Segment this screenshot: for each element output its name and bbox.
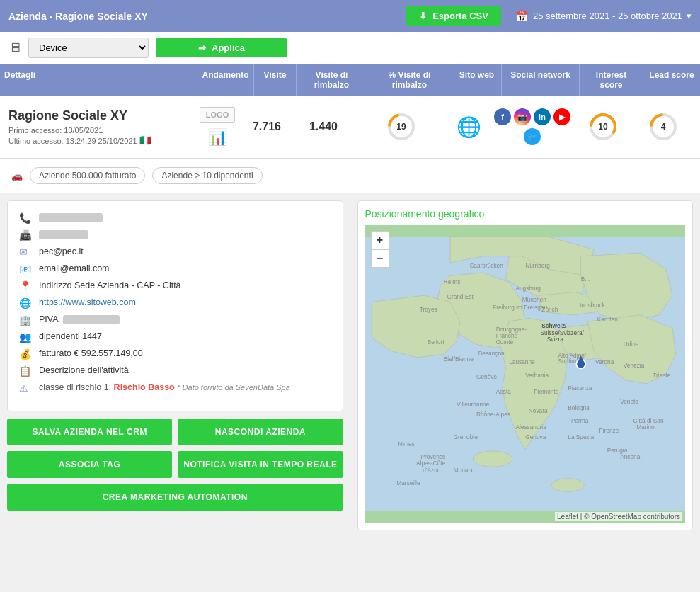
dollar-icon: 💰 bbox=[19, 348, 32, 360]
facebook-icon[interactable]: f bbox=[494, 108, 511, 125]
website-cell[interactable]: 🌐 bbox=[444, 115, 493, 139]
pec-row: ✉ pec@pec.it bbox=[19, 246, 331, 258]
page-title: Azienda - Ragione Sociale XY bbox=[8, 11, 399, 22]
piva-value: PIVA bbox=[39, 314, 120, 324]
svg-text:Alessandria: Alessandria bbox=[515, 423, 546, 431]
th-visite-rimbalzo: Visite di rimbalzo bbox=[297, 64, 367, 96]
piva-icon: 🏢 bbox=[19, 314, 32, 326]
chart-bar-icon[interactable]: 📊 bbox=[208, 128, 227, 147]
social-cell: f 📷 in ▶ 🐦 bbox=[493, 108, 571, 145]
fax-row: 📠 bbox=[19, 229, 331, 241]
svg-text:Verona: Verona bbox=[595, 358, 614, 365]
th-lead-score: Lead score bbox=[643, 64, 700, 96]
download-icon: ⬇ bbox=[419, 11, 427, 21]
th-visite: Visite bbox=[254, 64, 297, 96]
people-icon: 👥 bbox=[19, 331, 32, 343]
svg-text:Innsbruck: Innsbruck bbox=[579, 302, 605, 309]
bounce-pct-circle: 19 bbox=[386, 112, 416, 142]
th-sito-web: Sito web bbox=[452, 64, 502, 96]
svg-text:Villeurbanne: Villeurbanne bbox=[457, 401, 489, 408]
instagram-icon[interactable]: 📷 bbox=[514, 108, 531, 125]
email-icon: 📧 bbox=[19, 263, 32, 275]
company-meta-ultimo: Ultimo accesso: 13:24:29 25/10/2021 🇮🇹 bbox=[8, 135, 189, 146]
svg-text:Piacenza: Piacenza bbox=[568, 385, 592, 392]
email-value: email@email.com bbox=[39, 263, 110, 273]
svg-text:Comté: Comté bbox=[495, 338, 513, 346]
svg-text:Karnten: Karnten bbox=[597, 316, 617, 323]
arrow-right-icon: ➡ bbox=[198, 42, 206, 53]
svg-text:Firenze: Firenze bbox=[599, 427, 619, 434]
apply-button[interactable]: ➡ Applica bbox=[156, 38, 287, 57]
website-row: 🌐 https://www.sitoweb.com bbox=[19, 297, 331, 309]
bounce-pct-value: 19 bbox=[396, 122, 406, 132]
associa-tag-button[interactable]: ASSOCIA TAG bbox=[7, 451, 172, 478]
svg-text:Veneto: Veneto bbox=[620, 398, 638, 405]
svg-text:Lausanne: Lausanne bbox=[509, 358, 535, 365]
globe-icon: 🌐 bbox=[19, 297, 32, 309]
phone-row: 📞 bbox=[19, 212, 331, 224]
date-range: 📅 25 settembre 2021 - 25 ottobre 2021 ▾ bbox=[515, 10, 692, 23]
calendar-icon: 📅 bbox=[515, 10, 529, 23]
svg-point-18 bbox=[551, 479, 584, 491]
svg-text:Augsburg: Augsburg bbox=[515, 285, 541, 292]
youtube-icon[interactable]: ▶ bbox=[553, 108, 570, 125]
pec-value: pec@pec.it bbox=[39, 246, 84, 256]
svg-text:Genève: Genève bbox=[476, 373, 496, 380]
svg-text:Venezia: Venezia bbox=[623, 362, 644, 369]
notifica-visita-button[interactable]: NOTIFICA VISITA IN TEMPO REALE bbox=[178, 451, 343, 478]
svg-text:La Spezia: La Spezia bbox=[568, 433, 594, 440]
visits-cell: 7.716 bbox=[246, 120, 288, 133]
company-logo: LOGO bbox=[200, 107, 235, 123]
th-pct-rimbalzo: % Visite di rimbalzo bbox=[367, 64, 452, 96]
tag-badge-0: Aziende 500.000 fatturato bbox=[30, 167, 145, 184]
linkedin-icon[interactable]: in bbox=[534, 108, 551, 125]
btn-row-2: ASSOCIA TAG NOTIFICA VISITA IN TEMPO REA… bbox=[7, 451, 343, 478]
svg-text:Rhône-Alpes: Rhône-Alpes bbox=[476, 411, 510, 418]
map-zoom-controls: + − bbox=[371, 231, 389, 268]
svg-text:B...: B... bbox=[580, 275, 589, 283]
action-buttons: SALVA AZIENDA NEL CRM NASCONDI AZIENDA A… bbox=[0, 419, 350, 523]
svg-text:Verbania: Verbania bbox=[525, 372, 549, 379]
salva-azienda-button[interactable]: SALVA AZIENDA NEL CRM bbox=[7, 419, 172, 445]
website-value: https://www.sitoweb.com bbox=[39, 297, 136, 307]
address-row: 📍 Indirizzo Sede Azienda - CAP - Città bbox=[19, 280, 331, 292]
crea-automation-button[interactable]: CREA MARKETING AUTOMATION bbox=[7, 484, 343, 511]
rischio-row: ⚠ classe di rischio 1: Rischio Basso * D… bbox=[19, 382, 331, 394]
map-section: Posizionamento geografico bbox=[357, 200, 694, 530]
interest-score-value: 10 bbox=[598, 122, 607, 132]
company-name: Ragione Sociale XY bbox=[8, 108, 189, 123]
bounce-pct-cell: 19 bbox=[359, 112, 444, 142]
car-icon: 🚗 bbox=[11, 171, 23, 181]
svg-text:Bologna: Bologna bbox=[568, 404, 590, 411]
map-container[interactable]: Nürnberg B... Saarbrücken Reims Grand Es… bbox=[365, 225, 686, 523]
phone-value bbox=[39, 212, 103, 222]
company-meta-primo: Primo accesso: 13/05/2021 bbox=[8, 126, 189, 135]
fax-icon: 📠 bbox=[19, 229, 32, 241]
svg-text:Nimes: Nimes bbox=[398, 440, 415, 448]
chevron-down-icon[interactable]: ▾ bbox=[687, 11, 692, 21]
andamento-cell: LOGO 📊 bbox=[189, 107, 246, 147]
fatturato-row: 💰 fatturato € 592.557.149,00 bbox=[19, 348, 331, 360]
pec-icon: ✉ bbox=[19, 246, 32, 258]
map-attribution: Leaflet | © OpenStreetMap contributors bbox=[555, 512, 682, 521]
svg-text:Saarbrücken: Saarbrücken bbox=[469, 262, 503, 269]
svg-text:Besançon: Besançon bbox=[478, 350, 504, 357]
descrizione-row: 📋 Descrizione dell'attività bbox=[19, 365, 331, 377]
warning-icon: ⚠ bbox=[19, 382, 32, 394]
phone-icon: 📞 bbox=[19, 212, 32, 224]
zoom-out-button[interactable]: − bbox=[371, 249, 389, 268]
nascondi-azienda-button[interactable]: NASCONDI AZIENDA bbox=[178, 419, 343, 445]
rischio-value: classe di rischio 1: Rischio Basso * Dat… bbox=[39, 382, 290, 392]
svg-text:Grenoble: Grenoble bbox=[453, 433, 478, 440]
device-select[interactable]: Device bbox=[28, 38, 149, 58]
map-title: Posizionamento geografico bbox=[365, 208, 686, 220]
fatturato-value: fatturato € 592.557.149,00 bbox=[39, 348, 143, 358]
export-csv-button[interactable]: ⬇ Esporta CSV bbox=[406, 6, 501, 26]
th-dettagli: Dettagli bbox=[0, 64, 197, 96]
twitter-icon[interactable]: 🐦 bbox=[524, 128, 541, 145]
left-panel: 📞 📠 ✉ pec@pec.it 📧 email@email.com 📍 I bbox=[0, 193, 350, 537]
zoom-in-button[interactable]: + bbox=[371, 231, 389, 249]
interest-score-circle: 10 bbox=[588, 112, 618, 142]
svg-text:Monaco: Monaco bbox=[453, 467, 474, 474]
lead-score-circle: 4 bbox=[648, 112, 678, 142]
